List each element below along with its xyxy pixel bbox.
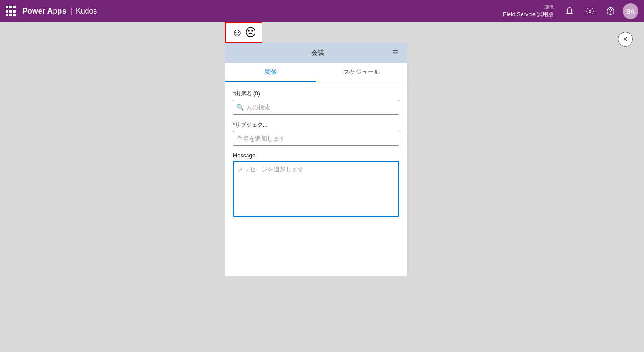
subject-input[interactable] [233,131,399,146]
notification-bell-button[interactable] [561,3,578,20]
svg-point-0 [589,10,591,13]
navbar: Power Apps | Kudos 環境 Field Service 試用版 [0,0,644,22]
subject-label: *サブジェク... [233,121,399,129]
panel-body: *出席者 (0) 🔍 *サブジェク... Message [225,82,407,232]
smiley-header: ☺ ☹ [225,22,262,43]
search-input-wrapper: 🔍 [233,100,399,115]
panel-tabs: 関係 スケジュール [225,63,407,82]
user-avatar[interactable]: SA [623,3,638,19]
tab-schedule[interactable]: スケジュール [316,63,407,82]
attendees-field-group: *出席者 (0) 🔍 [233,90,399,115]
meeting-panel: 会議 関係 スケジュール [225,43,407,276]
settings-button[interactable] [582,3,598,20]
close-button[interactable]: × [618,32,633,47]
tab-relations[interactable]: 関係 [225,63,316,82]
attendees-label: *出席者 (0) [233,90,399,98]
sad-face-icon: ☹ [245,27,256,38]
message-label: Message [233,152,399,159]
panel-container: ☺ ☹ 会議 関係 [225,22,407,276]
happy-face-icon: ☺ [231,27,243,38]
message-field-group: Message [233,152,399,218]
svg-rect-4 [393,52,398,52]
search-icon: 🔍 [236,104,244,111]
message-textarea[interactable] [233,161,399,217]
svg-point-2 [610,13,611,14]
panel-header: 会議 [225,43,407,63]
subject-field-group: *サブジェク... [233,121,399,146]
nav-right: 環境 Field Service 試用版 SA [503,3,638,20]
svg-rect-3 [393,50,398,51]
nav-app-name: Kudos [76,7,97,15]
panel-menu-icon[interactable] [392,48,399,58]
help-button[interactable] [602,3,619,20]
env-name: Field Service 試用版 [503,11,554,19]
env-label: 環境 [544,4,554,11]
app-launcher-icon[interactable] [6,6,17,17]
panel-title: 会議 [244,49,392,57]
nav-environment: 環境 Field Service 試用版 [503,4,554,19]
nav-separator: | [70,7,72,15]
svg-rect-5 [393,54,398,54]
main-content: × ☺ ☹ 会議 [0,22,644,352]
nav-title: Power Apps [22,7,67,15]
people-search-input[interactable] [233,100,399,115]
